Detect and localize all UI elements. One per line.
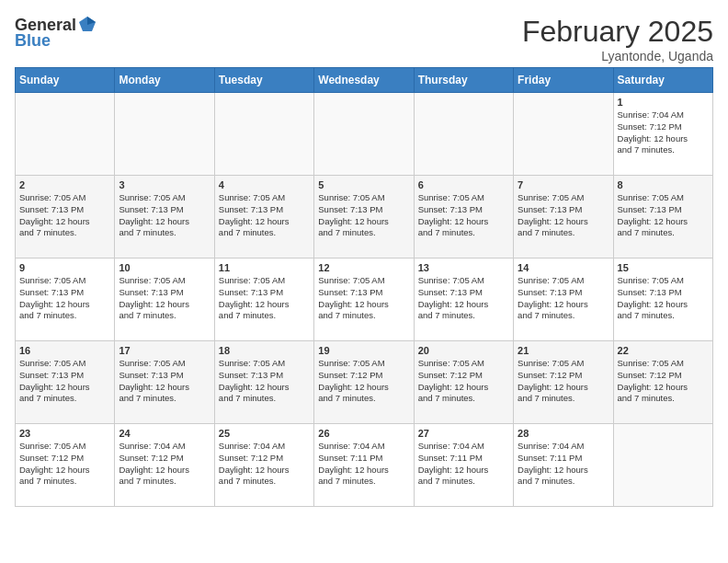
day-info: Sunrise: 7:04 AM Sunset: 7:11 PM Dayligh… <box>518 441 609 488</box>
day-cell: 12Sunrise: 7:05 AM Sunset: 7:13 PM Dayli… <box>314 259 414 341</box>
day-number: 12 <box>318 262 409 273</box>
day-cell <box>115 93 214 176</box>
day-info: Sunrise: 7:04 AM Sunset: 7:11 PM Dayligh… <box>318 441 409 488</box>
day-info: Sunrise: 7:05 AM Sunset: 7:13 PM Dayligh… <box>318 275 409 322</box>
week-row-2: 2Sunrise: 7:05 AM Sunset: 7:13 PM Daylig… <box>16 176 713 259</box>
day-cell <box>514 93 613 176</box>
day-number: 14 <box>518 262 609 273</box>
day-cell: 20Sunrise: 7:05 AM Sunset: 7:12 PM Dayli… <box>414 341 513 424</box>
day-number: 27 <box>418 428 509 439</box>
day-info: Sunrise: 7:05 AM Sunset: 7:13 PM Dayligh… <box>618 275 709 322</box>
day-info: Sunrise: 7:05 AM Sunset: 7:13 PM Dayligh… <box>618 192 709 239</box>
day-cell: 6Sunrise: 7:05 AM Sunset: 7:13 PM Daylig… <box>414 176 513 259</box>
weekday-header-monday: Monday <box>115 68 214 93</box>
day-number: 22 <box>618 345 709 356</box>
day-number: 25 <box>219 428 310 439</box>
day-cell: 27Sunrise: 7:04 AM Sunset: 7:11 PM Dayli… <box>414 424 513 507</box>
day-number: 20 <box>418 345 509 356</box>
day-number: 16 <box>19 345 110 356</box>
day-info: Sunrise: 7:05 AM Sunset: 7:13 PM Dayligh… <box>19 275 110 322</box>
day-info: Sunrise: 7:05 AM Sunset: 7:13 PM Dayligh… <box>418 192 509 239</box>
day-info: Sunrise: 7:05 AM Sunset: 7:12 PM Dayligh… <box>19 441 110 488</box>
day-number: 21 <box>518 345 609 356</box>
day-info: Sunrise: 7:05 AM Sunset: 7:12 PM Dayligh… <box>418 358 509 405</box>
day-cell: 7Sunrise: 7:05 AM Sunset: 7:13 PM Daylig… <box>514 176 613 259</box>
day-number: 5 <box>318 179 409 190</box>
calendar-title: February 2025 <box>522 15 713 49</box>
day-info: Sunrise: 7:05 AM Sunset: 7:13 PM Dayligh… <box>318 192 409 239</box>
day-info: Sunrise: 7:04 AM Sunset: 7:12 PM Dayligh… <box>219 441 310 488</box>
weekday-header-friday: Friday <box>514 68 613 93</box>
day-info: Sunrise: 7:05 AM Sunset: 7:13 PM Dayligh… <box>119 192 210 239</box>
day-cell: 17Sunrise: 7:05 AM Sunset: 7:13 PM Dayli… <box>115 341 214 424</box>
day-number: 8 <box>618 179 709 190</box>
weekday-header-saturday: Saturday <box>613 68 712 93</box>
day-cell: 23Sunrise: 7:05 AM Sunset: 7:12 PM Dayli… <box>16 424 115 507</box>
day-info: Sunrise: 7:05 AM Sunset: 7:12 PM Dayligh… <box>618 358 709 405</box>
day-info: Sunrise: 7:05 AM Sunset: 7:12 PM Dayligh… <box>318 358 409 405</box>
calendar-subtitle: Lyantonde, Uganda <box>522 49 713 63</box>
day-number: 13 <box>418 262 509 273</box>
day-number: 2 <box>19 179 110 190</box>
day-cell <box>16 93 115 176</box>
day-info: Sunrise: 7:05 AM Sunset: 7:13 PM Dayligh… <box>518 192 609 239</box>
week-row-5: 23Sunrise: 7:05 AM Sunset: 7:12 PM Dayli… <box>16 424 713 507</box>
day-cell <box>414 93 513 176</box>
day-number: 18 <box>219 345 310 356</box>
day-cell: 15Sunrise: 7:05 AM Sunset: 7:13 PM Dayli… <box>613 259 712 341</box>
day-cell: 5Sunrise: 7:05 AM Sunset: 7:13 PM Daylig… <box>314 176 414 259</box>
day-number: 17 <box>119 345 210 356</box>
weekday-header-tuesday: Tuesday <box>214 68 313 93</box>
day-info: Sunrise: 7:05 AM Sunset: 7:12 PM Dayligh… <box>518 358 609 405</box>
day-number: 23 <box>19 428 110 439</box>
week-row-4: 16Sunrise: 7:05 AM Sunset: 7:13 PM Dayli… <box>16 341 713 424</box>
day-info: Sunrise: 7:04 AM Sunset: 7:11 PM Dayligh… <box>418 441 509 488</box>
day-info: Sunrise: 7:05 AM Sunset: 7:13 PM Dayligh… <box>219 192 310 239</box>
day-cell: 22Sunrise: 7:05 AM Sunset: 7:12 PM Dayli… <box>613 341 712 424</box>
day-cell: 9Sunrise: 7:05 AM Sunset: 7:13 PM Daylig… <box>16 259 115 341</box>
day-cell <box>214 93 313 176</box>
day-info: Sunrise: 7:05 AM Sunset: 7:13 PM Dayligh… <box>19 358 110 405</box>
logo: General Blue <box>15 15 97 51</box>
day-number: 19 <box>318 345 409 356</box>
day-info: Sunrise: 7:05 AM Sunset: 7:13 PM Dayligh… <box>219 358 310 405</box>
day-number: 28 <box>518 428 609 439</box>
day-cell: 19Sunrise: 7:05 AM Sunset: 7:12 PM Dayli… <box>314 341 414 424</box>
week-row-3: 9Sunrise: 7:05 AM Sunset: 7:13 PM Daylig… <box>16 259 713 341</box>
page-header: General Blue February 2025 Lyantonde, Ug… <box>15 15 713 63</box>
day-info: Sunrise: 7:05 AM Sunset: 7:13 PM Dayligh… <box>518 275 609 322</box>
day-cell <box>314 93 414 176</box>
day-cell: 1Sunrise: 7:04 AM Sunset: 7:12 PM Daylig… <box>613 93 712 176</box>
day-number: 15 <box>618 262 709 273</box>
day-info: Sunrise: 7:05 AM Sunset: 7:13 PM Dayligh… <box>119 275 210 322</box>
day-cell <box>613 424 712 507</box>
day-cell: 14Sunrise: 7:05 AM Sunset: 7:13 PM Dayli… <box>514 259 613 341</box>
weekday-header-wednesday: Wednesday <box>314 68 414 93</box>
day-cell: 4Sunrise: 7:05 AM Sunset: 7:13 PM Daylig… <box>214 176 313 259</box>
day-cell: 11Sunrise: 7:05 AM Sunset: 7:13 PM Dayli… <box>214 259 313 341</box>
day-number: 7 <box>518 179 609 190</box>
title-block: February 2025 Lyantonde, Uganda <box>522 15 713 63</box>
day-number: 26 <box>318 428 409 439</box>
day-number: 4 <box>219 179 310 190</box>
weekday-header-thursday: Thursday <box>414 68 513 93</box>
calendar-table: SundayMondayTuesdayWednesdayThursdayFrid… <box>15 67 713 507</box>
weekday-header-row: SundayMondayTuesdayWednesdayThursdayFrid… <box>16 68 713 93</box>
logo-flag-icon <box>77 15 97 35</box>
day-info: Sunrise: 7:05 AM Sunset: 7:13 PM Dayligh… <box>219 275 310 322</box>
day-cell: 8Sunrise: 7:05 AM Sunset: 7:13 PM Daylig… <box>613 176 712 259</box>
day-cell: 16Sunrise: 7:05 AM Sunset: 7:13 PM Dayli… <box>16 341 115 424</box>
day-cell: 18Sunrise: 7:05 AM Sunset: 7:13 PM Dayli… <box>214 341 313 424</box>
day-cell: 21Sunrise: 7:05 AM Sunset: 7:12 PM Dayli… <box>514 341 613 424</box>
day-cell: 10Sunrise: 7:05 AM Sunset: 7:13 PM Dayli… <box>115 259 214 341</box>
day-cell: 24Sunrise: 7:04 AM Sunset: 7:12 PM Dayli… <box>115 424 214 507</box>
day-info: Sunrise: 7:05 AM Sunset: 7:13 PM Dayligh… <box>418 275 509 322</box>
week-row-1: 1Sunrise: 7:04 AM Sunset: 7:12 PM Daylig… <box>16 93 713 176</box>
day-number: 10 <box>119 262 210 273</box>
day-cell: 3Sunrise: 7:05 AM Sunset: 7:13 PM Daylig… <box>115 176 214 259</box>
day-info: Sunrise: 7:05 AM Sunset: 7:13 PM Dayligh… <box>19 192 110 239</box>
day-number: 24 <box>119 428 210 439</box>
weekday-header-sunday: Sunday <box>16 68 115 93</box>
day-number: 3 <box>119 179 210 190</box>
day-info: Sunrise: 7:05 AM Sunset: 7:13 PM Dayligh… <box>119 358 210 405</box>
